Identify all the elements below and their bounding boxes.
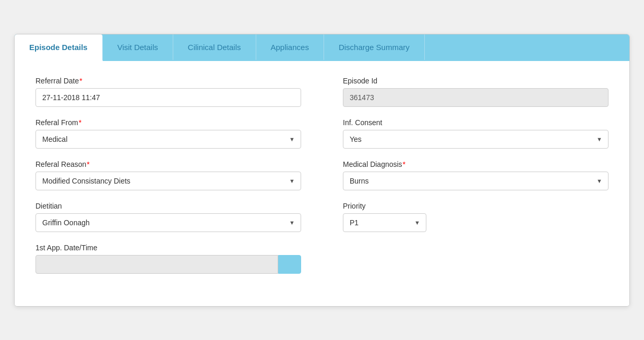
- form-group-referral-from: Referal From* Medical Self GP Other: [35, 118, 301, 149]
- form-row-1: Referral Date* Episode Id 361473: [35, 77, 609, 107]
- medical-diagnosis-select[interactable]: Burns Other: [343, 172, 609, 190]
- card: Episode Details Visit Details Cilinical …: [14, 34, 630, 307]
- tab-discharge-summary[interactable]: Discharge Summary: [324, 34, 425, 60]
- medical-diagnosis-select-wrapper: Burns Other: [343, 172, 609, 190]
- first-app-date-input[interactable]: [35, 255, 278, 274]
- medical-diagnosis-required: *: [403, 160, 406, 168]
- referral-reason-required: *: [87, 160, 89, 168]
- inf-consent-select[interactable]: Yes No: [343, 130, 609, 149]
- first-app-date-wrapper: [35, 255, 301, 274]
- referral-reason-select-wrapper: Modified Consistancy Diets Other: [35, 172, 301, 190]
- first-app-date-button[interactable]: [278, 255, 301, 274]
- form-row-3: Referal Reason* Modified Consistancy Die…: [35, 160, 609, 190]
- form-row-4: Dietitian Griffin Oonagh Other Priority …: [35, 202, 609, 232]
- referral-from-select-wrapper: Medical Self GP Other: [35, 130, 301, 149]
- priority-label: Priority: [343, 202, 609, 210]
- tab-appliances[interactable]: Appliances: [256, 34, 324, 60]
- tab-visit-details[interactable]: Visit Details: [103, 34, 173, 60]
- form-group-referral-date: Referral Date*: [35, 77, 301, 107]
- referral-from-required: *: [79, 118, 81, 127]
- episode-id-value: 361473: [343, 88, 609, 107]
- dietitian-label: Dietitian: [35, 202, 301, 210]
- form-row-5: 1st App. Date/Time: [35, 244, 609, 274]
- form-group-priority: Priority P1 P2 P3: [343, 202, 609, 232]
- form-group-right-placeholder: [343, 244, 609, 274]
- tab-clinical-details[interactable]: Cilinical Details: [173, 34, 256, 60]
- form-group-inf-consent: Inf. Consent Yes No: [343, 118, 609, 149]
- referral-reason-label: Referal Reason*: [35, 160, 301, 168]
- inf-consent-select-wrapper: Yes No: [343, 130, 609, 149]
- referral-reason-select[interactable]: Modified Consistancy Diets Other: [35, 172, 301, 190]
- tab-episode-details[interactable]: Episode Details: [15, 34, 103, 61]
- referral-date-input[interactable]: [35, 88, 301, 107]
- dietitian-select-wrapper: Griffin Oonagh Other: [35, 213, 301, 232]
- tabs-bar: Episode Details Visit Details Cilinical …: [15, 34, 629, 61]
- referral-from-select[interactable]: Medical Self GP Other: [35, 130, 301, 149]
- first-app-label: 1st App. Date/Time: [35, 244, 301, 252]
- form-group-episode-id: Episode Id 361473: [343, 77, 609, 107]
- form-group-medical-diagnosis: Medical Diagnosis* Burns Other: [343, 160, 609, 190]
- form-group-first-app: 1st App. Date/Time: [35, 244, 301, 274]
- medical-diagnosis-label: Medical Diagnosis*: [343, 160, 609, 168]
- referral-date-required: *: [79, 77, 82, 85]
- referral-from-label: Referal From*: [35, 118, 301, 127]
- inf-consent-label: Inf. Consent: [343, 118, 609, 127]
- priority-select-wrapper: P1 P2 P3: [343, 213, 426, 232]
- form-group-referral-reason: Referal Reason* Modified Consistancy Die…: [35, 160, 301, 190]
- episode-id-label: Episode Id: [343, 77, 609, 85]
- priority-select[interactable]: P1 P2 P3: [343, 213, 426, 232]
- dietitian-select[interactable]: Griffin Oonagh Other: [35, 213, 301, 232]
- form-row-2: Referal From* Medical Self GP Other Inf.…: [35, 118, 609, 149]
- form-group-dietitian: Dietitian Griffin Oonagh Other: [35, 202, 301, 232]
- referral-date-label: Referral Date*: [35, 77, 301, 85]
- form-body: Referral Date* Episode Id 361473 Referal…: [15, 61, 629, 306]
